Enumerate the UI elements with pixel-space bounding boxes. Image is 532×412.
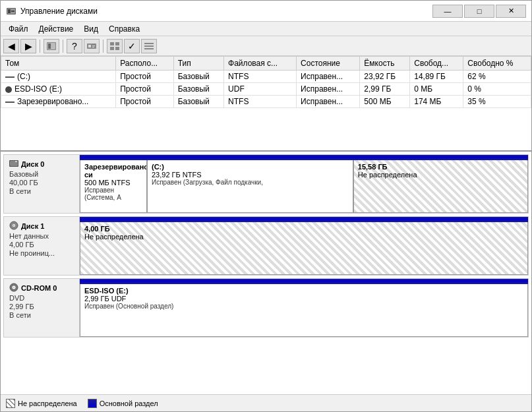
cell-status: Исправен... <box>297 71 360 83</box>
col-header-capacity: Ёмкость <box>360 57 410 71</box>
cell-free: 0 МБ <box>410 83 463 96</box>
table-body: (C:)ПростойБазовыйNTFSИсправен...23,92 Г… <box>1 71 531 108</box>
disk-usage-bar <box>80 217 528 222</box>
partition-size-label: 500 МБ NTFS <box>84 179 142 187</box>
disk-visualization-area: Диск 0Базовый40,00 ГБВ сетиЗарезервирова… <box>1 152 531 394</box>
col-header-status: Состояние <box>297 57 360 71</box>
svg-point-24 <box>13 225 15 226</box>
cell-location: Простой <box>116 96 173 108</box>
table-row[interactable]: ESD-ISO (E:)ПростойБазовыйUDFИсправен...… <box>1 83 531 96</box>
main-window: Управление дисками — □ ✕ Файл Действие В… <box>0 0 532 412</box>
partition-name-label: Зарезервировано си <box>84 163 142 179</box>
disk-partitions-container: 4,00 ГБНе распределена <box>80 217 528 275</box>
settings-button[interactable] <box>84 39 100 53</box>
svg-rect-9 <box>92 45 95 46</box>
cell-location: Простой <box>116 83 173 96</box>
title-bar: Управление дисками — □ ✕ <box>1 1 531 22</box>
partition-status-label: Исправен (Система, А <box>84 187 142 201</box>
partition-name-label: ESD-ISO (E:) <box>84 287 523 295</box>
list-button[interactable] <box>141 39 157 53</box>
col-header-layout: Располо... <box>116 57 173 71</box>
app-icon <box>6 6 16 16</box>
partition-unallocated0[interactable]: 15,58 ГБНе распределена <box>353 160 528 213</box>
volumes-table-area[interactable]: Том Располо... Тип Файловая с... Состоян… <box>1 56 531 152</box>
menubar: Файл Действие Вид Справка <box>1 22 531 36</box>
legend-bar: Не распределена Основной раздел <box>1 394 531 411</box>
svg-rect-6 <box>48 44 51 49</box>
cell-status: Исправен... <box>297 96 360 108</box>
menu-file[interactable]: Файл <box>3 23 34 34</box>
partition-reserved[interactable]: Зарезервировано си500 МБ NTFSИсправен (С… <box>80 160 147 213</box>
svg-rect-17 <box>144 48 154 49</box>
table-row[interactable]: Зарезервировано...ПростойБазовыйNTFSИспр… <box>1 96 531 108</box>
partition-status-label: Не распределена <box>84 233 523 241</box>
disk-icon-btn[interactable] <box>44 39 59 53</box>
menu-action[interactable]: Действие <box>34 23 79 34</box>
minimize-button[interactable]: — <box>432 5 463 18</box>
menu-help[interactable]: Справка <box>103 23 145 34</box>
partition-unallocated1[interactable]: 4,00 ГБНе распределена <box>80 222 528 275</box>
cell-free: 14,89 ГБ <box>410 71 463 83</box>
cell-status: Исправен... <box>297 83 360 96</box>
partition-status-label: Исправен (Основной раздел) <box>84 303 523 310</box>
svg-rect-12 <box>115 42 119 45</box>
legend-label-unallocated: Не распределена <box>18 399 77 407</box>
svg-rect-13 <box>110 47 114 50</box>
disk-type-text: DVD <box>9 294 74 302</box>
svg-rect-8 <box>88 45 91 47</box>
cell-type: Базовый <box>173 96 223 108</box>
legend-box-primary <box>88 399 97 408</box>
col-header-volume: Том <box>1 57 116 71</box>
cell-free-pct: 62 % <box>463 71 531 83</box>
back-button[interactable]: ◀ <box>3 39 19 53</box>
disk-label-title: Диск 0 <box>9 159 74 169</box>
disk-title-text: Диск 0 <box>21 160 44 168</box>
disk-label: CD-ROM 0DVD2,99 ГБВ сети <box>4 279 80 337</box>
help-button[interactable]: ? <box>67 39 82 53</box>
partition-name-label: (C:) <box>152 163 349 171</box>
disk-parts-row: ESD-ISO (E:)2,99 ГБ UDFИсправен (Основно… <box>80 284 528 337</box>
disk-size-text: 2,99 ГБ <box>9 303 74 310</box>
disk-type-text: Базовый <box>9 170 74 178</box>
disk-label-title: Диск 1 <box>9 221 74 231</box>
svg-rect-16 <box>144 45 154 47</box>
partition-size-label: 2,99 ГБ UDF <box>84 295 523 303</box>
col-header-type: Тип <box>173 57 223 71</box>
menu-view[interactable]: Вид <box>78 23 103 34</box>
col-header-free: Свобод... <box>410 57 463 71</box>
disk-size-text: 40,00 ГБ <box>9 179 74 187</box>
partition-c-drive[interactable]: (C:)23,92 ГБ NTFSИсправен (Загрузка, Фай… <box>147 160 353 213</box>
cell-free-pct: 0 % <box>463 83 531 96</box>
partition-size-label: 23,92 ГБ NTFS <box>152 171 349 179</box>
title-buttons: — □ ✕ <box>432 5 526 18</box>
close-button[interactable]: ✕ <box>496 5 526 18</box>
cell-capacity: 2,99 ГБ <box>360 83 410 96</box>
disk-label: Диск 0Базовый40,00 ГБВ сети <box>4 155 80 213</box>
svg-rect-15 <box>144 43 154 44</box>
partition-esd-iso[interactable]: ESD-ISO (E:)2,99 ГБ UDFИсправен (Основно… <box>80 284 528 337</box>
cell-free-pct: 35 % <box>463 96 531 108</box>
partition-status-label: Не распределена <box>358 171 523 179</box>
table-row[interactable]: (C:)ПростойБазовыйNTFSИсправен...23,92 Г… <box>1 71 531 83</box>
toolbar-separator-2 <box>63 40 63 53</box>
toolbar: ◀ ▶ ? <box>1 36 531 56</box>
disk-label-title: CD-ROM 0 <box>9 283 74 293</box>
disk-partitions-container: ESD-ISO (E:)2,99 ГБ UDFИсправен (Основно… <box>80 279 528 337</box>
disk-status-text: В сети <box>9 187 74 195</box>
volumes-table: Том Располо... Тип Файловая с... Состоян… <box>1 56 531 108</box>
disk-status-text: Не проиниц... <box>9 249 74 257</box>
svg-rect-21 <box>15 161 17 162</box>
maximize-button[interactable]: □ <box>464 5 494 18</box>
disk-usage-bar <box>80 279 528 284</box>
view-btn[interactable] <box>107 39 123 53</box>
forward-button[interactable]: ▶ <box>20 39 36 53</box>
col-header-fs: Файловая с... <box>224 57 297 71</box>
disk-row: CD-ROM 0DVD2,99 ГБВ сетиESD-ISO (E:)2,99… <box>3 278 529 338</box>
svg-rect-11 <box>110 42 114 45</box>
check-button[interactable]: ✓ <box>124 39 140 53</box>
title-bar-left: Управление дисками <box>6 6 98 16</box>
disk-row: Диск 0Базовый40,00 ГБВ сетиЗарезервирова… <box>3 154 529 214</box>
toolbar-separator-1 <box>40 40 40 53</box>
optical-icon <box>9 221 18 231</box>
cell-location: Простой <box>116 71 173 83</box>
